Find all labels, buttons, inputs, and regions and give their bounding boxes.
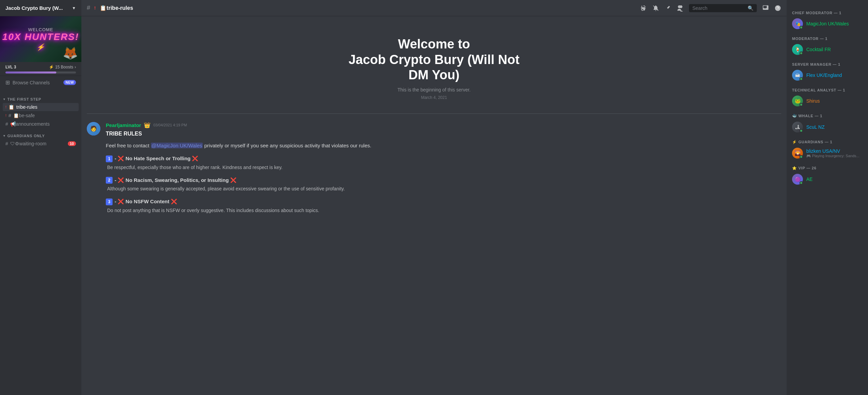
member-info: MagicJon UK/Wales: [806, 21, 863, 26]
member-avatar-wrap: 🎭: [792, 18, 803, 29]
main-content: # ! 📋tribe-rules Search 🔍: [81, 0, 787, 395]
category-chevron-icon: ▼: [3, 134, 6, 138]
message-group: 🧑 Pearljaminator 👑 03/04/2021 4:19 PM TR…: [87, 121, 781, 221]
role-vip: ⭐ VIP — 26: [789, 163, 865, 172]
role-chief-moderator: CHIEF MODERATOR — 1: [789, 8, 865, 16]
member-cocktail[interactable]: 🍹 Cocktail FR: [789, 42, 865, 57]
lightning-icon: ⚡: [36, 43, 45, 51]
rule-3: 3 - ❌ No NSFW Content ❌ Do not post anyt…: [106, 198, 781, 214]
sidebar-right: CHIEF MODERATOR — 1 🎭 MagicJon UK/Wales …: [787, 0, 868, 395]
member-status-online: [800, 51, 803, 55]
member-shirus[interactable]: 🐸 Shirus: [789, 93, 865, 108]
member-magicjon[interactable]: 🎭 MagicJon UK/Wales: [789, 16, 865, 31]
browse-channels-button[interactable]: ⊞ Browse Channels NEW: [0, 76, 81, 89]
welcome-date: March 4, 2021: [94, 95, 774, 100]
channel-name: 🛡⚙waiting-room: [10, 141, 66, 146]
hashtag-icon: #: [87, 4, 90, 12]
sidebar-left: Jacob Crypto Bury (W... ▼ WELCOME 10X HU…: [0, 0, 81, 395]
mention[interactable]: @MagicJon UK/Wales: [151, 143, 203, 148]
channel-tribe-rules[interactable]: ! 📋 tribe-rules 👤+: [3, 103, 79, 111]
chevron-right-icon: ›: [75, 65, 76, 69]
rule-3-header: 3 - ❌ No NSFW Content ❌: [106, 198, 781, 206]
boost-progress-fill: [5, 71, 56, 74]
header-actions: Search 🔍: [640, 4, 781, 12]
welcome-subtitle: This is the beginning of this server.: [94, 87, 774, 92]
banner-content: WELCOME 10X HUNTERS! ⚡: [0, 27, 81, 51]
search-box[interactable]: Search 🔍: [689, 4, 757, 12]
new-badge: NEW: [63, 80, 76, 85]
banner-main: 10X HUNTERS! ⚡: [0, 32, 81, 51]
member-avatar-wrap: 🍹: [792, 44, 803, 55]
channel-exclaim-icon: !: [5, 113, 6, 118]
boost-level: LVL 3: [5, 65, 16, 69]
rule-1: 1 - ❌ No Hate Speech or Trolling ❌ Be re…: [106, 155, 781, 171]
member-info: ScuL NZ: [806, 124, 863, 130]
member-avatar-wrap: 🟣: [792, 174, 803, 185]
rule-2-title: - ❌ No Racism, Swearing, Politics, or In…: [115, 176, 237, 184]
rule-3-number: 3: [106, 199, 113, 205]
message-avatar[interactable]: 🧑: [87, 122, 100, 136]
category-guardians-only[interactable]: ▼ GUARDIANS ONLY: [0, 128, 81, 139]
rule-3-body: Do not post anything that is NSFW or ove…: [106, 207, 781, 214]
message-author[interactable]: Pearljaminator: [106, 122, 141, 128]
bell-icon[interactable]: [652, 5, 659, 12]
rule-2: 2 - ❌ No Racism, Swearing, Politics, or …: [106, 176, 781, 193]
member-scul[interactable]: 🏞 ScuL NZ: [789, 120, 865, 134]
message-header: Pearljaminator 👑 03/04/2021 4:19 PM: [106, 122, 781, 128]
boost-progress-bar: [5, 71, 76, 74]
category-chevron-icon: ▼: [3, 98, 6, 101]
member-flex[interactable]: 🏔 Flex UK/England: [789, 68, 865, 83]
svg-point-1: [775, 5, 781, 11]
channel-exclaim-icon: !: [5, 105, 6, 109]
channel-announcements[interactable]: # 📢announcements 👤+: [3, 120, 79, 128]
rule-1-header: 1 - ❌ No Hate Speech or Trolling ❌: [106, 155, 781, 163]
member-info: blizken USA/NV 🎮 Playing Insurgency: San…: [806, 148, 863, 158]
member-name: Shirus: [806, 98, 863, 104]
channel-name: 📢announcements: [10, 121, 65, 127]
rule-1-title: - ❌ No Hate Speech or Trolling ❌: [115, 155, 198, 163]
boost-bar: LVL 3 ⚡ 15 Boosts ›: [0, 62, 81, 76]
role-whale: 🐳 WHALE — 1: [789, 111, 865, 120]
message-content: TRIBE RULES Feel free to contact @MagicJ…: [106, 130, 781, 214]
category-label: GUARDIANS ONLY: [7, 134, 45, 138]
role-guardians: ⚡ GUARDIANS — 1: [789, 137, 865, 146]
server-header[interactable]: Jacob Crypto Bury (W... ▼: [0, 0, 81, 16]
hashtag-header-button[interactable]: [640, 5, 647, 12]
rule-1-number: 1: [106, 155, 113, 162]
rules-title: TRIBE RULES: [106, 130, 781, 138]
member-name: MagicJon UK/Wales: [806, 21, 863, 26]
category-the-first-step[interactable]: ▼ THE FIRST STEP: [0, 92, 81, 103]
message-body: Pearljaminator 👑 03/04/2021 4:19 PM TRIB…: [106, 122, 781, 220]
member-name: blizken USA/NV: [806, 148, 863, 154]
member-name: Flex UK/England: [806, 72, 863, 78]
member-blizken[interactable]: 🌄 blizken USA/NV 🎮 Playing Insurgency: S…: [789, 146, 865, 161]
message-timestamp: 03/04/2021 4:19 PM: [153, 123, 187, 127]
browse-channels-label: Browse Channels: [13, 80, 61, 85]
author-crown-icon: 👑: [144, 122, 151, 128]
boost-count[interactable]: ⚡ 15 Boosts ›: [49, 65, 76, 69]
member-activity: 🎮 Playing Insurgency: Sands...: [806, 154, 863, 158]
welcome-title: Welcome to Jacob Crypto Bury (Will Not D…: [94, 37, 774, 83]
messages-area[interactable]: Welcome to Jacob Crypto Bury (Will Not D…: [81, 16, 787, 395]
member-ae[interactable]: 🟣 AE: [789, 172, 865, 187]
channel-text-icon: #: [5, 141, 8, 146]
role-technical-analyst: TECHNICAL ANALYST — 1: [789, 85, 865, 93]
channel-waiting-room[interactable]: # 🛡⚙waiting-room 10: [3, 140, 79, 148]
search-placeholder: Search: [692, 5, 745, 11]
rule-3-title: - ❌ No NSFW Content ❌: [115, 198, 177, 206]
server-banner: WELCOME 10X HUNTERS! ⚡ 🦊: [0, 16, 81, 62]
help-icon[interactable]: [774, 5, 781, 12]
member-info: Flex UK/England: [806, 72, 863, 78]
channel-be-safe[interactable]: ! # 📋be-safe: [3, 111, 79, 120]
pin-icon[interactable]: [665, 5, 671, 12]
member-status-online: [800, 155, 803, 159]
member-info: Cocktail FR: [806, 47, 863, 52]
member-status-online: [800, 129, 803, 132]
server-chevron-icon: ▼: [72, 6, 76, 11]
inbox-icon[interactable]: [762, 5, 769, 12]
channel-name: tribe-rules: [16, 104, 65, 110]
member-status-online: [800, 26, 803, 29]
members-icon[interactable]: [677, 5, 684, 12]
avatar-image: 🧑: [87, 122, 100, 136]
rule-2-body: Although some swearing is generally acce…: [106, 185, 781, 192]
